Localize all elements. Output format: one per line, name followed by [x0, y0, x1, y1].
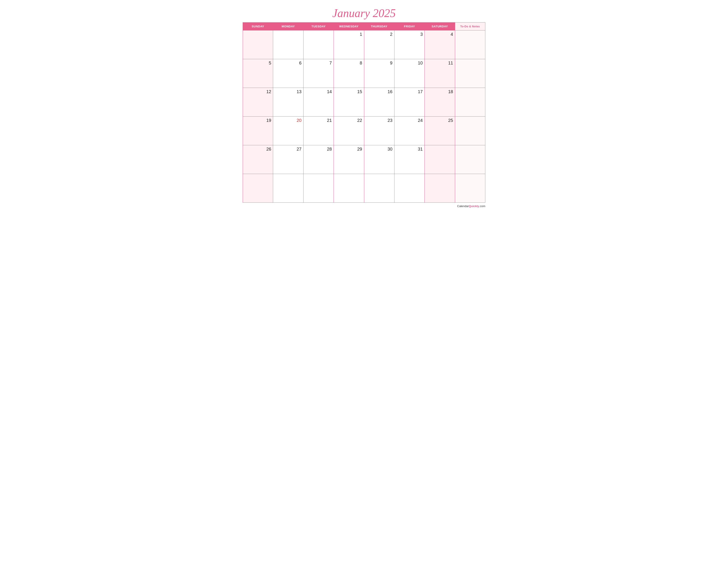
day-cell — [273, 174, 303, 203]
footer: CalendarQuickly.com — [243, 204, 485, 208]
day-number: 19 — [245, 118, 271, 123]
day-cell — [364, 174, 394, 203]
day-number: 20 — [275, 118, 301, 123]
header-sunday: SUNDAY — [243, 23, 273, 30]
day-cell: 7 — [303, 59, 334, 88]
day-cell: 30 — [364, 145, 394, 174]
day-number: 13 — [275, 89, 301, 94]
day-cell — [425, 174, 455, 203]
day-number: 10 — [396, 60, 423, 66]
footer-com-text: .com — [479, 204, 485, 208]
day-number: 11 — [426, 60, 453, 66]
header-saturday: SATURDAY — [425, 23, 455, 30]
day-number: 30 — [366, 147, 392, 152]
footer-quickly-text: Quickly — [469, 204, 479, 208]
notes-cell-3[interactable] — [455, 88, 485, 117]
week-row-5: 262728293031 — [243, 145, 485, 174]
day-number: 9 — [366, 60, 392, 66]
header-thursday: THURSDAY — [364, 23, 394, 30]
calendar-grid: SUNDAY MONDAY TUESDAY WEDNESDAY THURSDAY… — [243, 22, 485, 203]
day-cell: 22 — [334, 117, 364, 145]
day-cell: 1 — [334, 30, 364, 59]
day-number: 17 — [396, 89, 423, 94]
day-cell: 15 — [334, 88, 364, 117]
day-number: 18 — [426, 89, 453, 94]
week-row-1: 1234 — [243, 30, 485, 59]
day-number: 15 — [336, 89, 362, 94]
header-friday: FRIDAY — [394, 23, 424, 30]
day-number: 16 — [366, 89, 392, 94]
week-row-3: 12131415161718 — [243, 88, 485, 117]
day-cell: 31 — [394, 145, 424, 174]
day-number: 29 — [336, 147, 362, 152]
day-cell: 21 — [303, 117, 334, 145]
day-number: 4 — [426, 32, 453, 37]
day-cell: 9 — [364, 59, 394, 88]
notes-cell-5[interactable] — [455, 145, 485, 174]
notes-cell-4[interactable] — [455, 117, 485, 145]
day-cell: 3 — [394, 30, 424, 59]
day-cell: 28 — [303, 145, 334, 174]
day-cell: 6 — [273, 59, 303, 88]
calendar-title: January 2025 — [243, 7, 485, 20]
header-tuesday: TUESDAY — [303, 23, 334, 30]
day-cell — [243, 30, 273, 59]
day-cell: 18 — [425, 88, 455, 117]
day-cell: 10 — [394, 59, 424, 88]
day-cell: 19 — [243, 117, 273, 145]
day-cell — [303, 174, 334, 203]
day-number: 23 — [366, 118, 392, 123]
day-cell — [273, 30, 303, 59]
day-cell — [394, 174, 424, 203]
day-cell: 2 — [364, 30, 394, 59]
day-cell: 14 — [303, 88, 334, 117]
day-number: 31 — [396, 147, 423, 152]
day-number: 25 — [426, 118, 453, 123]
day-number: 14 — [305, 89, 332, 94]
day-cell: 17 — [394, 88, 424, 117]
header-notes: To-Do & Notes — [455, 23, 485, 30]
header-monday: MONDAY — [273, 23, 303, 30]
day-cell: 16 — [364, 88, 394, 117]
day-cell — [425, 145, 455, 174]
notes-cell-6[interactable] — [455, 174, 485, 203]
day-cell: 25 — [425, 117, 455, 145]
day-number: 21 — [305, 118, 332, 123]
day-number: 12 — [245, 89, 271, 94]
notes-cell-1[interactable] — [455, 30, 485, 59]
day-cell: 29 — [334, 145, 364, 174]
week-row-6 — [243, 174, 485, 203]
day-cell: 20 — [273, 117, 303, 145]
day-cell: 12 — [243, 88, 273, 117]
footer-calendar-text: Calendar — [457, 204, 469, 208]
day-cell: 23 — [364, 117, 394, 145]
day-number: 6 — [275, 60, 301, 66]
day-number: 27 — [275, 147, 301, 152]
day-cell: 27 — [273, 145, 303, 174]
day-number: 5 — [245, 60, 271, 66]
day-cell — [243, 174, 273, 203]
day-cell: 13 — [273, 88, 303, 117]
day-number: 8 — [336, 60, 362, 66]
day-number: 3 — [396, 32, 423, 37]
day-cell: 5 — [243, 59, 273, 88]
day-number: 7 — [305, 60, 332, 66]
calendar-container: January 2025 SUNDAY MONDAY TUESDAY WEDNE… — [243, 7, 485, 203]
day-cell: 24 — [394, 117, 424, 145]
day-number: 24 — [396, 118, 423, 123]
week-row-2: 567891011 — [243, 59, 485, 88]
day-cell: 11 — [425, 59, 455, 88]
day-number: 22 — [336, 118, 362, 123]
header-row: SUNDAY MONDAY TUESDAY WEDNESDAY THURSDAY… — [243, 23, 485, 30]
day-cell: 4 — [425, 30, 455, 59]
day-cell: 26 — [243, 145, 273, 174]
day-number: 1 — [336, 32, 362, 37]
header-wednesday: WEDNESDAY — [334, 23, 364, 30]
day-cell — [303, 30, 334, 59]
day-cell — [334, 174, 364, 203]
day-cell: 8 — [334, 59, 364, 88]
notes-cell-2[interactable] — [455, 59, 485, 88]
day-number: 26 — [245, 147, 271, 152]
day-number: 2 — [366, 32, 392, 37]
day-number: 28 — [305, 147, 332, 152]
